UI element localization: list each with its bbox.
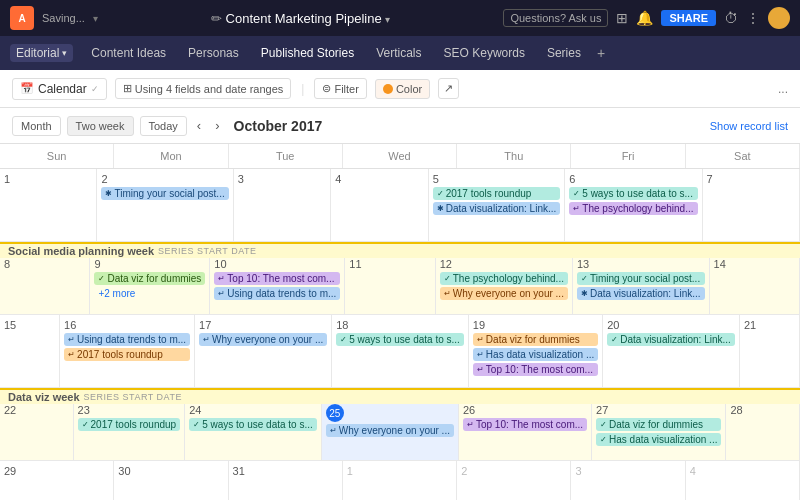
- calendar-week-4: 2930311234: [0, 461, 800, 500]
- grid-icon[interactable]: ⊞: [616, 10, 628, 26]
- calendar-event[interactable]: ✓2017 tools roundup: [433, 187, 561, 200]
- calendar-event[interactable]: ↵Using data trends to m...: [214, 287, 340, 300]
- calendar-event[interactable]: ✱Data visualization: Link...: [577, 287, 705, 300]
- prev-nav-button[interactable]: ‹: [193, 116, 205, 135]
- event-label: The psychology behind...: [582, 203, 693, 214]
- add-tab-button[interactable]: +: [597, 45, 605, 61]
- day-number: 10: [214, 258, 340, 270]
- editorial-label: Editorial: [16, 46, 59, 60]
- day-label-fri: Fri: [571, 144, 685, 168]
- color-dot-icon: [383, 84, 393, 94]
- tab-series[interactable]: Series: [537, 42, 591, 64]
- day-number: 18: [336, 319, 464, 331]
- day-number: 16: [64, 319, 190, 331]
- day-number: 23: [78, 404, 181, 416]
- more-events-link[interactable]: +2 more: [94, 287, 205, 300]
- calendar-cell-0-1: 2✱Timing your social post...: [97, 169, 233, 241]
- fields-button[interactable]: ⊞ Using 4 fields and date ranges: [115, 78, 292, 99]
- tab-seo-keywords[interactable]: SEO Keywords: [434, 42, 535, 64]
- event-icon: ✓: [600, 420, 607, 429]
- calendar-event[interactable]: ✓Timing your social post...: [577, 272, 705, 285]
- event-icon: ✓: [581, 274, 588, 283]
- calendar-cell-2-3: 18✓5 ways to use data to s...: [332, 315, 469, 387]
- event-label: Top 10: The most com...: [227, 273, 334, 284]
- day-label-wed: Wed: [343, 144, 457, 168]
- day-number: 1: [347, 465, 452, 477]
- tab-verticals[interactable]: Verticals: [366, 42, 431, 64]
- day-number: 11: [349, 258, 430, 270]
- tab-content-ideas[interactable]: Content Ideas: [81, 42, 176, 64]
- calendar-event[interactable]: ✓5 ways to use data to s...: [336, 333, 464, 346]
- calendar-controls: Month Two week Today ‹ › October 2017 Sh…: [0, 108, 800, 144]
- calendar-event[interactable]: ↵Why everyone on your ...: [326, 424, 454, 437]
- today-button[interactable]: Today: [140, 116, 187, 136]
- day-number: 13: [577, 258, 705, 270]
- color-button[interactable]: Color: [375, 79, 430, 99]
- questions-button[interactable]: Questions? Ask us: [503, 9, 608, 27]
- calendar-event[interactable]: ✓Has data visualization ...: [596, 433, 721, 446]
- calendar-event[interactable]: ↵Top 10: The most com...: [214, 272, 340, 285]
- event-icon: ✓: [600, 435, 607, 444]
- calendar-event[interactable]: ↵Why everyone on your ...: [199, 333, 327, 346]
- tab-personas[interactable]: Personas: [178, 42, 249, 64]
- event-label: 5 ways to use data to s...: [582, 188, 693, 199]
- calendar-event[interactable]: ✓5 ways to use data to s...: [189, 418, 317, 431]
- calendar-event[interactable]: ✓Data visualization: Link...: [607, 333, 735, 346]
- filter-button[interactable]: ⊜ Filter: [314, 78, 366, 99]
- avatar[interactable]: [768, 7, 790, 29]
- more-options-button[interactable]: ...: [778, 82, 788, 96]
- event-icon: ✓: [437, 189, 444, 198]
- pencil-icon: ✏: [211, 11, 226, 26]
- calendar-body: 12✱Timing your social post...345✓2017 to…: [0, 169, 800, 500]
- editorial-tab-group[interactable]: Editorial ▾: [10, 44, 73, 62]
- calendar-event[interactable]: ✓The psychology behind...: [440, 272, 568, 285]
- tab-published-stories[interactable]: Published Stories: [251, 42, 364, 64]
- filter-icon: ⊜: [322, 82, 331, 95]
- calendar-event[interactable]: ✱Data visualization: Link...: [433, 202, 561, 215]
- calendar-event[interactable]: ↵Data viz for dummies: [473, 333, 598, 346]
- event-label: Why everyone on your ...: [212, 334, 323, 345]
- top-nav: A Saving... ▾ ✏ Content Marketing Pipeli…: [0, 0, 800, 36]
- event-icon: ✓: [98, 274, 105, 283]
- calendar-event[interactable]: ✓2017 tools roundup: [78, 418, 181, 431]
- calendar-cell-0-0: 1: [0, 169, 97, 241]
- next-nav-button[interactable]: ›: [211, 116, 223, 135]
- calendar-event[interactable]: ↵2017 tools roundup: [64, 348, 190, 361]
- day-number: 26: [463, 404, 587, 416]
- today-day-number: 25: [326, 404, 344, 422]
- calendar-view-button[interactable]: 📅 Calendar ✓: [12, 78, 107, 100]
- calendar-event[interactable]: ✓Data viz for dummies: [596, 418, 721, 431]
- event-label: Using data trends to m...: [77, 334, 186, 345]
- clock-icon[interactable]: ⏱: [724, 10, 738, 26]
- title-dropdown-icon: ▾: [385, 14, 390, 25]
- calendar-event[interactable]: ↵Has data visualization ...: [473, 348, 598, 361]
- grid2-icon[interactable]: ⋮: [746, 10, 760, 26]
- calendar-event[interactable]: ↵Why everyone on your ...: [440, 287, 568, 300]
- calendar-event[interactable]: ↵Top 10: The most com...: [463, 418, 587, 431]
- calendar-event[interactable]: ↵The psychology behind...: [569, 202, 697, 215]
- event-label: 2017 tools roundup: [77, 349, 163, 360]
- calendar-event[interactable]: ↵Top 10: The most com...: [473, 363, 598, 376]
- calendar-cell-2-5: 20✓Data visualization: Link...: [603, 315, 740, 387]
- show-record-list-button[interactable]: Show record list: [710, 120, 788, 132]
- calendar-event[interactable]: ✓Data viz for dummies: [94, 272, 205, 285]
- calendar-event[interactable]: ✱Timing your social post...: [101, 187, 228, 200]
- calendar-cell-0-5: 6✓5 ways to use data to s...↵The psychol…: [565, 169, 702, 241]
- share-button[interactable]: SHARE: [661, 10, 716, 26]
- day-number: 29: [4, 465, 109, 477]
- two-week-view-button[interactable]: Two week: [67, 116, 134, 136]
- event-icon: ✱: [105, 189, 112, 198]
- calendar-week-0: 12✱Timing your social post...345✓2017 to…: [0, 169, 800, 242]
- calendar-event[interactable]: ↵Using data trends to m...: [64, 333, 190, 346]
- toolbar: 📅 Calendar ✓ ⊞ Using 4 fields and date r…: [0, 70, 800, 108]
- day-label-thu: Thu: [457, 144, 571, 168]
- calendar-check-icon: ✓: [91, 84, 99, 94]
- event-icon: ✓: [82, 420, 89, 429]
- external-link-icon[interactable]: ↗: [438, 78, 459, 99]
- month-view-button[interactable]: Month: [12, 116, 61, 136]
- calendar-event[interactable]: ✓5 ways to use data to s...: [569, 187, 697, 200]
- bell-icon[interactable]: 🔔: [636, 10, 653, 26]
- day-number: 30: [118, 465, 223, 477]
- day-number: 20: [607, 319, 735, 331]
- calendar-cell-4-1: 30: [114, 461, 228, 500]
